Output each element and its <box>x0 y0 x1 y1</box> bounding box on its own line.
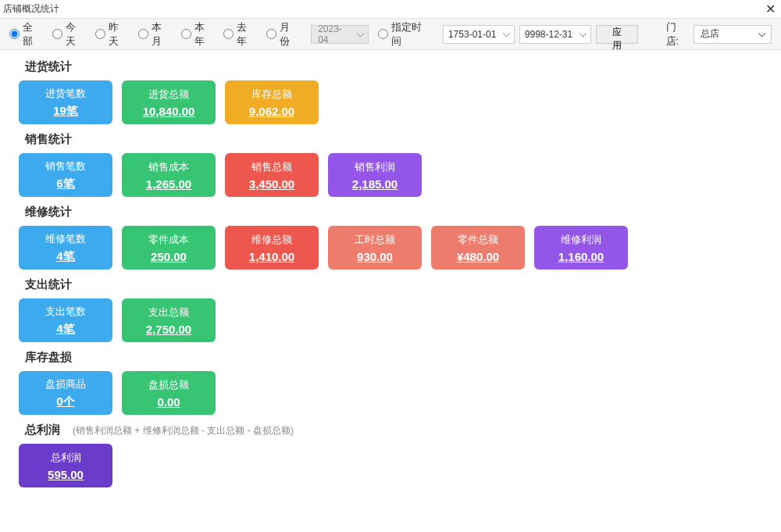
stat-card-value: 2,750.00 <box>146 323 191 336</box>
month-select[interactable]: 2023-04 <box>311 25 369 44</box>
stat-card[interactable]: 总利润595.00 <box>19 444 112 487</box>
section-title-profit: 总利润 (销售利润总额 + 维修利润总额 - 支出总额 - 盘损总额) <box>19 423 762 437</box>
stat-card[interactable]: 销售总额3,450.00 <box>225 153 319 197</box>
stat-card[interactable]: 维修利润1,160.00 <box>534 226 628 270</box>
stat-card[interactable]: 支出笔数4笔 <box>19 298 112 342</box>
stat-card[interactable]: 零件成本250.00 <box>122 226 216 270</box>
date-to-input[interactable]: 9998-12-31 <box>519 25 591 44</box>
stat-card-label: 进货总额 <box>148 87 189 102</box>
stat-card-value: 19笔 <box>53 104 78 119</box>
section-sales: 销售统计 销售笔数6笔销售成本1,265.00销售总额3,450.00销售利润2… <box>19 132 762 197</box>
radio-custom[interactable]: 指定时间 <box>378 20 432 48</box>
stat-card-value: 2,185.00 <box>352 177 398 191</box>
stat-card-value: 4笔 <box>56 249 74 264</box>
stat-card[interactable]: 零件总额¥480.00 <box>431 226 525 270</box>
section-title-sales: 销售统计 <box>19 132 762 147</box>
stat-card-value: 930.00 <box>357 250 393 263</box>
profit-subtitle: (销售利润总额 + 维修利润总额 - 支出总额 - 盘损总额) <box>73 424 294 437</box>
date-from-input[interactable]: 1753-01-01 <box>443 25 515 44</box>
stat-card-label: 零件成本 <box>148 233 189 247</box>
stat-card[interactable]: 盘损总额0.00 <box>122 371 216 415</box>
stat-card-value: 0.00 <box>157 395 180 409</box>
stat-card-value: 250.00 <box>151 250 187 263</box>
stat-card-label: 盘损商品 <box>45 377 86 391</box>
radio-month[interactable]: 月份 <box>266 20 300 48</box>
stat-card-label: 维修利润 <box>561 233 601 247</box>
stat-card-label: 工时总额 <box>355 233 395 247</box>
stat-card-label: 维修笔数 <box>45 232 86 246</box>
section-purchase: 进货统计 进货笔数19笔进货总额10,840.00库存总额9,062.00 <box>19 59 762 124</box>
stat-card-value: 1,410.00 <box>249 250 294 263</box>
toolbar: 全部 今天 昨天 本月 本年 去年 月份 2023-04 指定时间 1753-0… <box>0 19 781 50</box>
stat-card[interactable]: 进货笔数19笔 <box>19 80 112 124</box>
stat-card-label: 销售总额 <box>251 160 292 174</box>
stat-card-label: 支出总额 <box>148 305 189 320</box>
cards-repair: 维修笔数4笔零件成本250.00维修总额1,410.00工时总额930.00零件… <box>19 226 762 270</box>
close-icon[interactable]: ✕ <box>762 3 778 16</box>
stat-card-value: 595.00 <box>48 468 84 481</box>
stat-card[interactable]: 支出总额2,750.00 <box>122 298 216 342</box>
stat-card-label: 盘损总额 <box>148 378 189 392</box>
section-title-repair: 维修统计 <box>19 205 762 220</box>
radio-today[interactable]: 今天 <box>52 20 86 48</box>
section-title-purchase: 进货统计 <box>19 59 762 74</box>
titlebar: 店铺概况统计 ✕ <box>0 0 781 19</box>
stat-card[interactable]: 库存总额9,062.00 <box>225 80 319 124</box>
stat-card-label: 支出笔数 <box>45 305 86 319</box>
stat-card[interactable]: 维修总额1,410.00 <box>225 226 319 270</box>
time-range-radios: 全部 今天 昨天 本月 本年 去年 月份 <box>9 20 306 48</box>
stat-card-value: 1,265.00 <box>146 177 191 191</box>
stat-card-value: 0个 <box>56 395 74 409</box>
stat-card-label: 维修总额 <box>251 233 292 247</box>
stat-card[interactable]: 盘损商品0个 <box>19 371 112 415</box>
radio-this-year[interactable]: 本年 <box>181 20 215 48</box>
stat-card[interactable]: 进货总额10,840.00 <box>122 80 216 124</box>
stat-card-label: 零件总额 <box>458 233 498 247</box>
cards-sales: 销售笔数6笔销售成本1,265.00销售总额3,450.00销售利润2,185.… <box>19 153 762 197</box>
section-repair: 维修统计 维修笔数4笔零件成本250.00维修总额1,410.00工时总额930… <box>19 205 762 270</box>
window-title: 店铺概况统计 <box>3 2 762 16</box>
store-label: 门店: <box>666 20 690 48</box>
stat-card-label: 总利润 <box>51 451 81 465</box>
stat-card-value: 3,450.00 <box>249 177 294 191</box>
apply-button[interactable]: 应用 <box>596 25 638 44</box>
stat-card-value: ¥480.00 <box>457 250 499 263</box>
cards-purchase: 进货笔数19笔进货总额10,840.00库存总额9,062.00 <box>19 80 762 124</box>
stat-card-value: 4笔 <box>56 322 74 337</box>
content: 进货统计 进货笔数19笔进货总额10,840.00库存总额9,062.00 销售… <box>0 50 781 505</box>
radio-all[interactable]: 全部 <box>9 20 43 48</box>
section-expense: 支出统计 支出笔数4笔支出总额2,750.00 <box>19 277 762 342</box>
radio-this-month[interactable]: 本月 <box>138 20 172 48</box>
store-select[interactable]: 总店 <box>694 25 772 44</box>
radio-yesterday[interactable]: 昨天 <box>95 20 129 48</box>
radio-last-year[interactable]: 去年 <box>223 20 257 48</box>
section-loss: 库存盘损 盘损商品0个盘损总额0.00 <box>19 350 762 415</box>
stat-card-value: 10,840.00 <box>143 105 195 118</box>
stat-card-label: 库存总额 <box>251 87 292 102</box>
stat-card-value: 9,062.00 <box>249 105 294 118</box>
stat-card-label: 进货笔数 <box>45 87 86 101</box>
cards-profit: 总利润595.00 <box>19 444 762 487</box>
stat-card-label: 销售成本 <box>148 160 189 174</box>
cards-loss: 盘损商品0个盘损总额0.00 <box>19 371 762 415</box>
stat-card[interactable]: 销售利润2,185.00 <box>328 153 422 197</box>
section-title-expense: 支出统计 <box>19 277 762 292</box>
section-profit: 总利润 (销售利润总额 + 维修利润总额 - 支出总额 - 盘损总额) 总利润5… <box>19 423 762 487</box>
stat-card-value: 6笔 <box>56 177 74 191</box>
stat-card-label: 销售利润 <box>355 160 395 174</box>
stat-card[interactable]: 工时总额930.00 <box>328 226 422 270</box>
stat-card-value: 1,160.00 <box>558 250 604 263</box>
section-title-loss: 库存盘损 <box>19 350 762 365</box>
cards-expense: 支出笔数4笔支出总额2,750.00 <box>19 298 762 342</box>
stat-card-label: 销售笔数 <box>45 159 86 173</box>
stat-card[interactable]: 维修笔数4笔 <box>19 226 112 270</box>
stat-card[interactable]: 销售笔数6笔 <box>19 153 112 197</box>
stat-card[interactable]: 销售成本1,265.00 <box>122 153 216 197</box>
